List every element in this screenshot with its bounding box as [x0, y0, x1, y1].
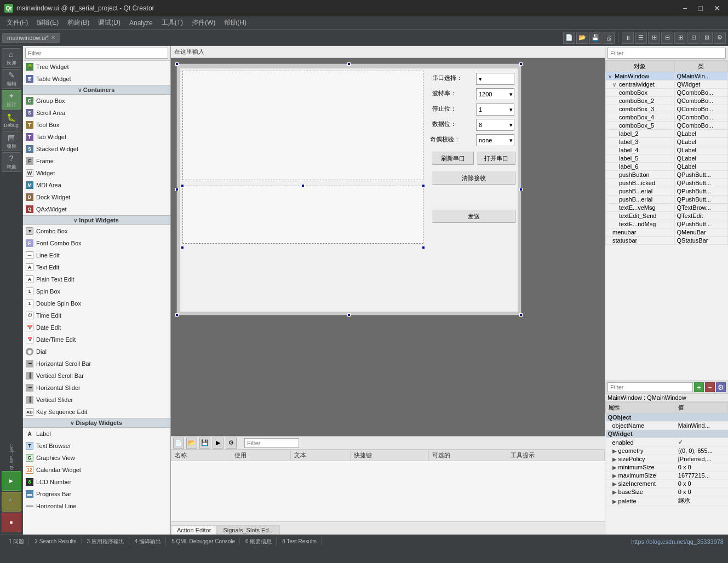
prop-add-button[interactable]: +	[694, 382, 704, 392]
bottom-btn-new[interactable]: 📄	[173, 438, 184, 449]
toolbar-breakpoint[interactable]: ⊠	[701, 32, 713, 44]
tab-action-editor[interactable]: Action Editor	[171, 525, 217, 535]
widget-item-widget[interactable]: W Widget	[23, 167, 170, 179]
prop-row-sizeincrement[interactable]: ▶ sizeIncrement 0 x 0	[606, 480, 728, 488]
menu-file[interactable]: 文件(F)	[2, 17, 32, 28]
handle-sel1[interactable]	[181, 184, 184, 187]
prop-remove-button[interactable]: −	[705, 382, 715, 392]
obj-row-label2[interactable]: label_2 QLabel	[606, 130, 728, 138]
widget-item-hscrollbar[interactable]: ━ Horizontal Scroll Bar	[23, 358, 170, 370]
prop-row-minimumsize[interactable]: ▶ minimumSize 0 x 0	[606, 463, 728, 472]
bottom-btn-run[interactable]: ▶	[213, 438, 223, 449]
widget-item-time-edit[interactable]: ⏱ Time Edit	[23, 309, 170, 321]
widget-item-vslider[interactable]: ┃ Vertical Slider	[23, 394, 170, 406]
canvas-container[interactable]: 串口选择： ▾ 波特率： 1200 ▾ 停止位：	[171, 58, 605, 436]
obj-row-pushbutton[interactable]: pushButton QPushButt...	[606, 171, 728, 179]
bottom-btn-open[interactable]: 📂	[186, 438, 197, 449]
handle-sel2[interactable]	[301, 184, 305, 187]
prop-row-basesize[interactable]: ▶ baseSize 0 x 0	[606, 488, 728, 496]
vtoolbar-run[interactable]: ▶	[2, 471, 21, 491]
toolbar-settings[interactable]: ⚙	[714, 32, 726, 44]
widget-item-progress-bar[interactable]: ▬ Progress Bar	[23, 488, 170, 500]
receive-area[interactable]	[182, 71, 423, 180]
display-expand-arrow[interactable]: ∨	[70, 420, 74, 426]
widget-item-stacked-widget[interactable]: S Stacked Widget	[23, 143, 170, 155]
close-window-button[interactable]: ✕	[710, 4, 724, 13]
widget-item-dock-widget[interactable]: D Dock Widget	[23, 191, 170, 203]
obj-row-combobox5[interactable]: comboBox_5 QComboBo...	[606, 122, 728, 130]
obj-row-menubar[interactable]: menubar QMenuBar	[606, 228, 728, 237]
prop-filter-input[interactable]	[607, 382, 693, 392]
handle-topright[interactable]	[519, 62, 523, 66]
statusbar-tab-appoutput[interactable]: 3 应用程序输出	[83, 537, 129, 546]
editor-tab-close[interactable]: ✕	[51, 35, 55, 41]
handle-bottom[interactable]	[347, 313, 351, 317]
obj-row-label5[interactable]: label_5 QLabel	[606, 154, 728, 163]
toolbar-open[interactable]: 📂	[576, 32, 588, 44]
menu-build[interactable]: 构建(B)	[63, 17, 94, 28]
toolbar-layout[interactable]: ☰	[635, 32, 647, 44]
obj-row-mainwindow[interactable]: ∨ MainWindow QMainWin...	[606, 72, 728, 81]
statusbar-tab-compileoutput[interactable]: 4 编译输出	[130, 537, 166, 546]
widget-item-dial[interactable]: ◉ Dial	[23, 346, 170, 358]
widget-item-tool-box[interactable]: T Tool Box	[23, 119, 170, 131]
obj-row-pushbicked[interactable]: pushB...icked QPushButt...	[606, 179, 728, 187]
prop-settings-button[interactable]: ⚙	[716, 382, 726, 392]
vtoolbar-help[interactable]: ? 帮助	[2, 152, 21, 172]
obj-row-combobox4[interactable]: comboBox_4 QComboBo...	[606, 113, 728, 122]
combo-data[interactable]: 8 ▾	[476, 119, 514, 131]
handle-left[interactable]	[175, 188, 179, 191]
widget-item-hslider[interactable]: ━ Horizontal Slider	[23, 382, 170, 394]
obj-row-pushberial2[interactable]: pushB...erial QPushButt...	[606, 196, 728, 204]
widget-item-font-combo-box[interactable]: F Font Combo Box	[23, 237, 170, 249]
obj-row-textedit-send[interactable]: textEdit_Send QTextEdit	[606, 212, 728, 220]
vtoolbar-debug[interactable]: 🐛 Debug	[2, 111, 21, 130]
handle-sel4[interactable]	[181, 246, 184, 249]
vtoolbar-welcome[interactable]: ⌂ 欢迎	[2, 48, 21, 68]
maximize-button[interactable]: □	[695, 4, 706, 13]
widget-item-date-edit[interactable]: 📅 Date Edit	[23, 321, 170, 334]
widget-item-group-box[interactable]: G Group Box	[23, 95, 170, 107]
obj-row-statusbar[interactable]: statusbar QStatusBar	[606, 237, 728, 245]
widget-item-horizontal-line[interactable]: Horizontal Line	[23, 500, 170, 512]
widget-item-datetime-edit[interactable]: 📅 Date/Time Edit	[23, 334, 170, 346]
widget-item-mdi-area[interactable]: M MDI Area	[23, 179, 170, 191]
bottom-btn-save[interactable]: 💾	[199, 438, 210, 449]
prop-row-maximumsize[interactable]: ▶ maximumSize 16777215...	[606, 472, 728, 480]
toolbar-align[interactable]: ⊟	[661, 32, 673, 44]
obj-filter-input[interactable]	[607, 48, 726, 59]
combo-port[interactable]: ▾	[476, 73, 514, 85]
widget-item-key-sequence-edit[interactable]: AB Key Sequence Edit	[23, 406, 170, 418]
combo-stop[interactable]: 1 ▾	[476, 104, 514, 116]
widget-item-plain-text-edit[interactable]: A Plain Text Edit	[23, 273, 170, 285]
widget-item-label[interactable]: A Label	[23, 428, 170, 440]
prop-row-geometry[interactable]: ▶ geometry {(0, 0), 655...	[606, 447, 728, 455]
handle-bottomright[interactable]	[519, 313, 523, 317]
prop-row-objectname[interactable]: objectName MainWind...	[606, 422, 728, 430]
statusbar-tab-problems[interactable]: 1 问题	[4, 537, 29, 546]
widget-item-text-edit[interactable]: A Text Edit	[23, 261, 170, 273]
handle-bottomleft[interactable]	[175, 313, 179, 317]
minimize-button[interactable]: −	[679, 4, 690, 13]
toolbar-print[interactable]: 🖨	[603, 32, 615, 44]
vtoolbar-design[interactable]: ✦ 设计	[2, 90, 21, 110]
prop-row-palette[interactable]: ▶ palette 继承	[606, 496, 728, 506]
vtoolbar-project[interactable]: ▤ 项目	[2, 131, 21, 151]
handle-sel3[interactable]	[422, 184, 425, 187]
btn-send[interactable]: 发送	[432, 210, 515, 223]
widget-item-vscrollbar[interactable]: ┃ Vertical Scroll Bar	[23, 370, 170, 382]
handle-topleft[interactable]	[175, 62, 179, 66]
btn-refresh[interactable]: 刷新串口	[432, 152, 474, 165]
toolbar-layout2[interactable]: ⊞	[648, 32, 660, 44]
menu-tools[interactable]: 工具(T)	[157, 17, 187, 28]
widget-item-lcd-number[interactable]: 8 LCD Number	[23, 476, 170, 488]
toolbar-grid[interactable]: ⊞	[674, 32, 686, 44]
widget-item-qaxwidget[interactable]: Q QAxWidget	[23, 203, 170, 215]
statusbar-tab-search[interactable]: 2 Search Results	[30, 538, 81, 545]
menu-edit[interactable]: 编辑(E)	[32, 17, 63, 28]
toolbar-new[interactable]: 📄	[563, 32, 575, 44]
widget-item-combo-box[interactable]: ▾ Combo Box	[23, 225, 170, 237]
vtoolbar-edit[interactable]: ✎ 编辑	[2, 69, 21, 89]
obj-row-pushberial1[interactable]: pushB...erial QPushButt...	[606, 187, 728, 196]
tab-signals-slots[interactable]: Signals_Slots Ed...	[217, 525, 279, 535]
